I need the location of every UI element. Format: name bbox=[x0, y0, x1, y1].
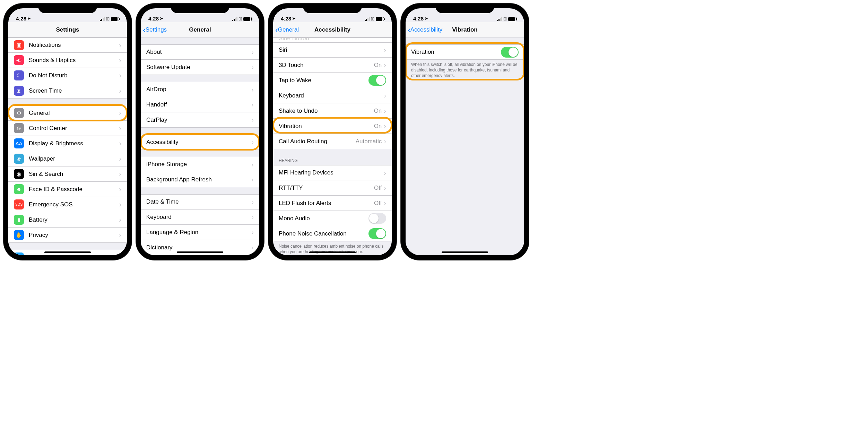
page-title: General bbox=[189, 26, 211, 33]
row-dnd[interactable]: ☾ Do Not Disturb › bbox=[8, 68, 127, 83]
row-language-region[interactable]: Language & Region › bbox=[141, 225, 259, 240]
phone-3: 4:28➤ ◉᷊ ‹General Accessibility Side But… bbox=[268, 3, 397, 260]
row-label: Screen Time bbox=[29, 87, 119, 94]
row-wallpaper[interactable]: ❀ Wallpaper › bbox=[8, 151, 127, 166]
chevron-right-icon: › bbox=[119, 109, 121, 117]
phone-1: 4:28➤ ◉᷊ Settings ▣ Notifications › ◀︎))… bbox=[3, 3, 132, 260]
row-notif[interactable]: ▣ Notifications › bbox=[8, 37, 127, 53]
status-time: 4:28 bbox=[281, 16, 291, 22]
general-group-accessibility: Accessibility › bbox=[141, 135, 259, 150]
row-mono-audio[interactable]: Mono Audio bbox=[273, 211, 392, 226]
faceid-icon: ☻ bbox=[14, 184, 24, 194]
battery-icon bbox=[376, 17, 384, 21]
row-battery[interactable]: ▮ Battery › bbox=[8, 212, 127, 228]
page-title: Settings bbox=[56, 26, 79, 33]
wifi-icon: ◉᷊ bbox=[504, 16, 507, 22]
row-label: LED Flash for Alerts bbox=[279, 200, 374, 207]
row-siri[interactable]: ◉ Siri & Search › bbox=[8, 166, 127, 182]
row-label: Accessibility bbox=[146, 139, 251, 146]
row-label: AirDrop bbox=[146, 86, 251, 93]
privacy-icon: ✋ bbox=[14, 230, 24, 240]
row-iphone-storage[interactable]: iPhone Storage › bbox=[141, 157, 259, 172]
home-indicator[interactable] bbox=[309, 251, 356, 253]
group-footer-noise: Noise cancellation reduces ambient noise… bbox=[273, 241, 392, 255]
chevron-right-icon: › bbox=[251, 48, 254, 56]
row-label: Siri bbox=[279, 46, 384, 53]
row-date-time[interactable]: Date & Time › bbox=[141, 194, 259, 209]
row-general[interactable]: ⚙ General › bbox=[8, 105, 127, 121]
vibration-toggle[interactable] bbox=[501, 47, 519, 58]
signal-icon bbox=[365, 17, 370, 21]
chevron-right-icon: › bbox=[119, 185, 121, 193]
row--d-touch[interactable]: 3D TouchOn› bbox=[273, 58, 392, 73]
row-screentime[interactable]: ⧗ Screen Time › bbox=[8, 83, 127, 99]
row-rtt-tty[interactable]: RTT/TTYOff› bbox=[273, 180, 392, 196]
row-handoff[interactable]: Handoff › bbox=[141, 97, 259, 112]
row-sounds[interactable]: ◀︎)) Sounds & Haptics › bbox=[8, 53, 127, 68]
nav-bar: ‹Accessibility Vibration bbox=[406, 22, 524, 37]
row-shake-to-undo[interactable]: Shake to UndoOn› bbox=[273, 103, 392, 119]
row-label: Display & Brightness bbox=[29, 140, 119, 147]
location-icon: ➤ bbox=[27, 16, 31, 21]
row-accessibility[interactable]: Accessibility › bbox=[141, 135, 259, 150]
toggle-mono-audio[interactable] bbox=[368, 213, 386, 224]
row-mfi-hearing-devices[interactable]: MFi Hearing Devices› bbox=[273, 165, 392, 180]
back-button[interactable]: ‹General bbox=[275, 25, 299, 34]
row-siri[interactable]: Siri› bbox=[273, 42, 392, 58]
row-display[interactable]: AA Display & Brightness › bbox=[8, 136, 127, 151]
row-detail: Off bbox=[374, 200, 382, 207]
row-label: Language & Region bbox=[146, 229, 251, 236]
page-title: Accessibility bbox=[314, 26, 350, 33]
settings-group-general: ⚙ General › ⊚ Control Center › AA Displa… bbox=[8, 105, 127, 243]
battery-icon: ▮ bbox=[14, 215, 24, 225]
row-detail: On bbox=[374, 62, 382, 69]
row-airdrop[interactable]: AirDrop › bbox=[141, 82, 259, 97]
home-indicator[interactable] bbox=[442, 251, 488, 253]
row-control[interactable]: ⊚ Control Center › bbox=[8, 121, 127, 136]
display-icon: AA bbox=[14, 138, 24, 148]
control-icon: ⊚ bbox=[14, 123, 24, 133]
chevron-right-icon: › bbox=[251, 228, 254, 236]
sounds-icon: ◀︎)) bbox=[14, 55, 24, 65]
row-carplay[interactable]: CarPlay › bbox=[141, 112, 259, 128]
row-label: Vibration bbox=[279, 123, 374, 130]
chevron-right-icon: › bbox=[251, 138, 254, 146]
sos-icon: SOS bbox=[14, 199, 24, 209]
toggle-tap-to-wake[interactable] bbox=[368, 75, 386, 86]
row-label: Handoff bbox=[146, 101, 251, 108]
row-keyboard[interactable]: Keyboard › bbox=[141, 209, 259, 225]
row-label: Sounds & Haptics bbox=[29, 57, 119, 64]
row-about[interactable]: About › bbox=[141, 44, 259, 60]
row-side-button-partial[interactable]: Side Button bbox=[273, 37, 392, 42]
home-indicator[interactable] bbox=[44, 251, 91, 253]
toggle-phone-noise-cancellation[interactable] bbox=[368, 228, 386, 239]
row-call-audio-routing[interactable]: Call Audio RoutingAutomatic› bbox=[273, 134, 392, 149]
row-sos[interactable]: SOS Emergency SOS › bbox=[8, 197, 127, 212]
row-privacy[interactable]: ✋ Privacy › bbox=[8, 228, 127, 243]
home-indicator[interactable] bbox=[177, 251, 223, 253]
status-time: 4:28 bbox=[413, 16, 424, 22]
row-tap-to-wake[interactable]: Tap to Wake bbox=[273, 73, 392, 88]
back-button[interactable]: ‹Settings bbox=[143, 25, 167, 34]
signal-icon bbox=[497, 17, 502, 21]
row-software-update[interactable]: Software Update › bbox=[141, 60, 259, 75]
row-label: Control Center bbox=[29, 125, 119, 132]
row-label: 3D Touch bbox=[279, 62, 374, 69]
row-led-flash-for-alerts[interactable]: LED Flash for AlertsOff› bbox=[273, 196, 392, 211]
row-label: Battery bbox=[29, 216, 119, 223]
row-phone-noise-cancellation[interactable]: Phone Noise Cancellation bbox=[273, 226, 392, 241]
row-vibration-toggle[interactable]: Vibration bbox=[406, 44, 524, 60]
wifi-icon: ◉᷊ bbox=[239, 16, 242, 22]
row-keyboard[interactable]: Keyboard› bbox=[273, 88, 392, 103]
chevron-right-icon: › bbox=[251, 213, 254, 221]
status-bar: 4:28➤ ◉᷊ bbox=[273, 8, 392, 22]
chevron-right-icon: › bbox=[119, 41, 121, 49]
nav-bar: ‹General Accessibility bbox=[273, 22, 392, 37]
notif-icon: ▣ bbox=[14, 40, 24, 50]
row-vibration[interactable]: VibrationOn› bbox=[273, 119, 392, 134]
row-label: Privacy bbox=[29, 232, 119, 239]
back-button[interactable]: ‹Accessibility bbox=[408, 25, 442, 34]
row-background-app-refresh[interactable]: Background App Refresh › bbox=[141, 172, 259, 187]
row-detail: On bbox=[374, 123, 382, 130]
row-faceid[interactable]: ☻ Face ID & Passcode › bbox=[8, 182, 127, 197]
